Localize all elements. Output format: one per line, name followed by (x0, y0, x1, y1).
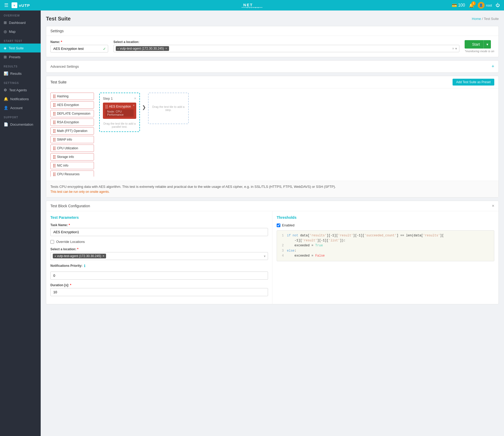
sidebar-item-account[interactable]: 👤 Account (0, 103, 41, 112)
advanced-settings-header[interactable]: Advanced Settings + (46, 61, 498, 72)
config-body: Test Parameters Task Name: * Override Lo… (46, 211, 498, 304)
config-right: Thresholds Enabled 1 if not data['result… (272, 211, 498, 304)
dashboard-icon: ⊞ (4, 20, 7, 25)
sidebar-item-map[interactable]: ◎ Map (0, 27, 41, 36)
tile-deflate[interactable]: DEFLATE Compression (50, 110, 94, 117)
tile-grip-icon (53, 129, 55, 133)
notif-row: Notifications Priority: ℹ (50, 264, 268, 268)
add-preset-button[interactable]: Add Test Suite as Preset (453, 79, 494, 86)
tile-swap-info[interactable]: SWAP info (50, 136, 94, 143)
sidebar-section-settings: SETTINGS (0, 79, 41, 86)
test-suite-card: Test Suite Add Test Suite as Preset Hash… (46, 76, 499, 198)
config-card-header: Test Block Configuration × (46, 201, 498, 211)
sidebar-label-documentation: Documentation (10, 123, 33, 126)
tile-aes-encryption[interactable]: AES Encryption (50, 101, 94, 109)
check-icon: ✓ (103, 47, 106, 51)
sidebar-item-results[interactable]: 📊 Results (0, 69, 41, 78)
start-button[interactable]: Start (465, 40, 484, 49)
location-dropdown-arrow[interactable]: ▾ (264, 254, 266, 258)
override-checkbox[interactable] (50, 240, 54, 244)
user-menu[interactable]: 👤 root (478, 2, 492, 9)
info-icon[interactable]: ℹ (84, 264, 85, 268)
config-left-title: Test Parameters (50, 215, 268, 220)
tile-nic-info[interactable]: NIC info (50, 162, 94, 169)
docs-icon: 📄 (4, 122, 8, 126)
config-location-tag-remove[interactable]: × (102, 254, 104, 258)
page-header: Test Suite Home / Test Suite (46, 16, 499, 22)
step1-close-icon[interactable]: × (134, 96, 136, 100)
duration-group: Duration [s]: * (50, 283, 268, 296)
wallet-icon[interactable]: 💳 100 (452, 3, 465, 8)
settings-card-header: Settings (46, 26, 498, 36)
settings-card: Settings Name: * ✓ Sel (46, 26, 499, 57)
tile-hashing[interactable]: Hashing (50, 93, 94, 100)
location-input-wrap: ▪ vutp-test-agent (172.30.30.245) × × ▾ (113, 45, 459, 52)
step1-tile-remove-icon[interactable]: × (133, 104, 135, 107)
name-input[interactable] (50, 45, 108, 52)
enabled-checkbox[interactable] (277, 224, 280, 227)
sidebar-item-testagents[interactable]: ⚙ Test Agents (0, 86, 41, 94)
sidebar-item-notifications[interactable]: 🔔 Notifications (0, 94, 41, 103)
name-input-wrap: ✓ (50, 45, 108, 52)
location-clear-icon[interactable]: × (452, 46, 454, 51)
duration-input[interactable] (50, 288, 268, 296)
notif-priority-label: Notifications Priority: (50, 264, 82, 268)
breadcrumb: Home / Test Suite (472, 17, 499, 21)
location-tag: ▪ vutp-test-agent (172.30.30.245) × (116, 46, 169, 51)
config-left: Test Parameters Task Name: * Override Lo… (46, 211, 272, 304)
location-tag-text: vutp-test-agent (172.30.30.245) (120, 47, 164, 50)
tiles-list: Hashing AES Encryption (50, 93, 95, 177)
config-right-title: Thresholds (277, 215, 494, 220)
account-icon: 👤 (4, 106, 8, 110)
location-form-group: Select a location: ▪ vutp-test-agent (17… (113, 40, 459, 52)
notifications-icon: 🔔 (4, 97, 8, 101)
hamburger-icon[interactable]: ☰ (4, 2, 8, 8)
config-close-icon[interactable]: × (492, 204, 494, 208)
step1-drop-hint-parallel: Drag the test tile to add a parallel tes… (103, 122, 136, 128)
tile-cpu-resources[interactable]: CPU Resources (50, 171, 94, 177)
steps-area: Step 1 × × AES Encryptio (99, 93, 494, 177)
sidebar-section-results: RESULTS (0, 62, 41, 69)
name-label: Name: * (50, 40, 108, 44)
sidebar-item-testsuite[interactable]: ◈ Test Suite (0, 44, 41, 52)
enabled-label[interactable]: Enabled (282, 223, 295, 227)
override-label[interactable]: Override Locations (56, 240, 85, 244)
breadcrumb-home[interactable]: Home (472, 17, 481, 21)
logo-icon: v (12, 2, 17, 8)
step1-tile-card[interactable]: × AES Encryption Node: CPU Performance (103, 103, 136, 119)
tile-grip-icon (53, 138, 55, 141)
step1-node-label: Node: CPU Performance (106, 109, 134, 117)
logo-text: vUTP (19, 3, 30, 8)
description-area: Tests CPU encrypting data with AES algor… (46, 181, 498, 197)
tile-card-grip-icon (106, 105, 108, 108)
location-select-wrap: ▪ vutp-test-agent (172.30.30.245) × ▾ (50, 252, 268, 260)
sidebar-item-presets[interactable]: ⊞ Presets (0, 52, 41, 61)
presets-icon: ⊞ (4, 55, 7, 59)
notification-icon[interactable]: 🔔 1 (469, 3, 474, 8)
sidebar-item-dashboard[interactable]: ⊞ Dashboard (0, 18, 41, 27)
tile-math-fft[interactable]: Math (FFT) Operation (50, 127, 94, 135)
task-name-input[interactable] (50, 228, 268, 236)
sidebar: OVERVIEW ⊞ Dashboard ◎ Map START TEST ◈ … (0, 10, 41, 436)
map-icon: ◎ (4, 29, 7, 34)
start-dropdown-button[interactable]: ▾ (484, 40, 491, 49)
breadcrumb-current: Test Suite (484, 17, 499, 21)
tile-grip-icon (53, 112, 55, 115)
power-icon[interactable]: ⏻ (496, 3, 500, 8)
select-location-label: Select a location: * (50, 247, 268, 251)
location-tag-remove[interactable]: × (165, 47, 167, 50)
server-icon: ▪ (118, 47, 119, 50)
sidebar-section-overview: OVERVIEW (0, 12, 41, 18)
location-dropdown-icon[interactable]: ▾ (455, 46, 457, 51)
notif-priority-input[interactable] (50, 272, 268, 280)
code-line-2: 2 exceeded = True (280, 243, 491, 248)
sidebar-label-testagents: Test Agents (9, 88, 27, 92)
config-title: Test Block Configuration (50, 204, 90, 208)
tile-cpu-utilization[interactable]: CPU Utilization (50, 145, 94, 152)
tile-grip-icon (53, 155, 55, 159)
results-icon: 📊 (4, 71, 8, 76)
advanced-expand-icon[interactable]: + (491, 64, 494, 69)
sidebar-item-documentation[interactable]: 📄 Documentation (0, 120, 41, 129)
tile-storage-info[interactable]: Storage info (50, 153, 94, 161)
tile-rsa[interactable]: RSA Encryption (50, 119, 94, 126)
